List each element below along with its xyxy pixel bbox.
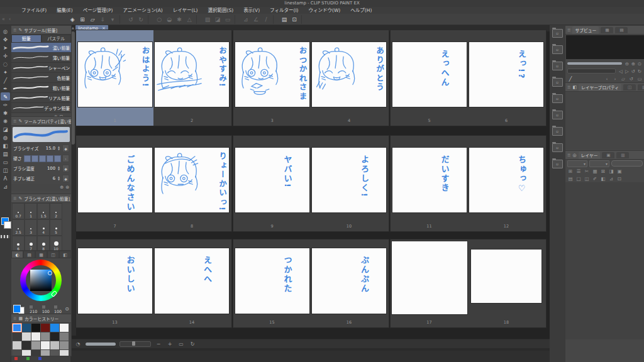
layer-lock-icon[interactable]: □ (575, 176, 582, 182)
material-folder-4[interactable]: ▫ (552, 78, 563, 87)
color-set-tab[interactable]: ▦ (35, 251, 47, 258)
brush-size-3[interactable]: 3 (25, 219, 37, 236)
rotate-left-icon[interactable]: ↺ (630, 69, 636, 74)
property-stepper[interactable]: ▲▼ (57, 165, 61, 172)
merge-layer-icon[interactable]: ▦ (592, 168, 598, 174)
history-swatch-14[interactable] (22, 341, 31, 349)
zoom-slider-knob[interactable] (132, 341, 135, 346)
foreground-color-swatch[interactable] (13, 305, 21, 313)
approximate-color-tab[interactable]: ◧ (59, 251, 71, 258)
transparent-color-strip[interactable] (1, 235, 10, 238)
open-file-button[interactable]: ▱ (88, 15, 97, 24)
page-10[interactable]: よろしく!10 (311, 136, 387, 231)
brush-size-1.5[interactable]: 1.5 (37, 203, 50, 219)
menu-item-6[interactable]: 選択範囲(S) (203, 7, 239, 14)
fill-tool[interactable]: ◧ (1, 141, 10, 150)
layer-opacity-slider[interactable] (611, 160, 643, 167)
menu-item-8[interactable]: フィルター(I) (265, 7, 303, 14)
subtool-tab-1[interactable]: 鉛筆 (11, 35, 42, 43)
selection-tool[interactable]: ◌ (1, 60, 10, 68)
history-swatch-8[interactable] (22, 332, 31, 341)
subview-extra-tab-2[interactable]: ▤ (615, 27, 628, 33)
menu-item-10[interactable]: ヘルプ(H) (345, 7, 377, 14)
decoration-tool[interactable]: ❋ (1, 117, 10, 125)
layer-clip-icon[interactable]: ◫ (584, 176, 590, 182)
material-folder-6[interactable]: ▫ (552, 111, 563, 119)
help-window-button[interactable]: ⊡ (290, 15, 299, 24)
hardness-step-5[interactable] (54, 155, 61, 162)
page-7[interactable]: ごめんなさい7 (76, 136, 153, 231)
zoom-in-icon[interactable]: ⊕ (630, 61, 636, 67)
zoom-out-button[interactable]: − (155, 341, 162, 347)
add-property-icon[interactable]: ⊕ (60, 185, 64, 190)
layer-draft-icon[interactable]: ✐ (592, 176, 598, 182)
next-image-icon[interactable]: ▷ (624, 69, 630, 74)
brush-size-6[interactable]: 6 (12, 236, 25, 251)
brush-item-2[interactable]: 薄い鉛筆 (11, 53, 71, 63)
color-mixer-icon[interactable]: ⊙ (65, 306, 69, 312)
deselect-button[interactable]: ▧ (203, 15, 212, 24)
subtool-tab-2[interactable]: パステル (42, 35, 72, 43)
text-tool[interactable]: A (1, 174, 10, 182)
hardness-step-3[interactable] (39, 155, 46, 162)
brush-item-4[interactable]: 色鉛筆 (11, 73, 71, 83)
airbrush-button[interactable]: ✱ (175, 15, 184, 24)
subview-zoom-slider[interactable] (567, 62, 622, 65)
material-folder-7[interactable]: ▫ (552, 127, 563, 136)
menu-item-3[interactable]: ページ管理(P) (78, 7, 118, 14)
prev-file-icon[interactable]: ‹ (604, 76, 610, 82)
color-slider-tab[interactable]: ▤ (23, 251, 35, 258)
brush-size-5[interactable]: 5 (50, 219, 62, 236)
cut-layer-icon[interactable]: ✂ (584, 168, 590, 174)
history-swatch-1[interactable] (13, 324, 21, 332)
prev-image-icon[interactable]: ◁ (618, 69, 624, 74)
layer-extra-tab-1[interactable]: ▣ (602, 152, 614, 158)
brush-item-7[interactable]: デッサン鉛筆 (11, 103, 71, 113)
page-5[interactable]: えっへん5 (391, 30, 468, 126)
brush-size-1[interactable]: 1 (25, 203, 37, 219)
history-swatch-16[interactable] (41, 341, 50, 349)
hand-tool[interactable]: ✥ (1, 35, 10, 43)
layer-palette-icon[interactable]: ◧ (600, 176, 606, 182)
gradient-tool[interactable]: ▤ (1, 150, 10, 158)
next-file-icon[interactable]: › (612, 76, 618, 82)
view-rotate-slider[interactable] (86, 343, 116, 346)
page-16[interactable]: ぷんぷん16 (311, 239, 387, 327)
layer-visibility-icon[interactable]: ▤ (567, 176, 574, 182)
page-8[interactable]: りょーかいっ!8 (153, 136, 230, 231)
subview-extra-tab-1[interactable]: ▦ (601, 27, 613, 33)
history-swatch-3[interactable] (31, 324, 40, 332)
layer-property-tab[interactable]: レイヤープロパティ (579, 84, 621, 91)
invert-selection-button[interactable]: ◪ (213, 15, 222, 24)
hardness-step-4[interactable] (47, 155, 53, 162)
history-swatch-7[interactable] (13, 332, 21, 341)
menu-item-5[interactable]: レイヤー(L) (168, 7, 203, 14)
page-3[interactable]: おつかれさま3 (233, 30, 311, 126)
material-folder-8[interactable]: ▫ (552, 143, 563, 152)
open-folder-icon[interactable]: ▱ (620, 76, 626, 82)
brush-size-2.5[interactable]: 2.5 (12, 219, 25, 236)
hardness-step-1[interactable] (24, 155, 31, 162)
rotate-right-icon[interactable]: ↻ (636, 69, 643, 74)
intermediate-color-tab[interactable]: ◫ (47, 251, 59, 258)
sv-cursor[interactable] (48, 271, 52, 275)
layer-special-caret[interactable]: ▾ (589, 160, 609, 167)
dock-collapse-icon-2[interactable]: ‹ (7, 16, 13, 22)
history-swatch-5[interactable] (50, 324, 59, 332)
material-folder-9[interactable]: ▫ (552, 160, 563, 168)
layer-property-extra-tab-1[interactable]: ◫ (623, 84, 636, 90)
page-13[interactable]: おいしい13 (76, 239, 153, 327)
rotate-view-icon[interactable]: ◔ (74, 341, 82, 347)
reset-view-icon[interactable]: ↻ (189, 341, 196, 347)
zoom-out-icon[interactable]: ⊖ (624, 61, 630, 67)
object-tool[interactable]: ➤ (1, 43, 10, 52)
menu-item-1[interactable]: ファイル(F) (16, 7, 52, 14)
history-swatch-2[interactable] (22, 324, 31, 332)
history-swatch-10[interactable] (41, 332, 50, 341)
history-swatch-12[interactable] (60, 332, 69, 341)
zoom-tool[interactable]: ◎ (1, 27, 10, 35)
history-swatch-13[interactable] (13, 341, 21, 349)
layer-tab[interactable]: レイヤー (579, 151, 601, 159)
snap-special-ruler-button[interactable]: ∠ (252, 15, 260, 24)
save-button[interactable]: ⇓ (98, 15, 107, 24)
